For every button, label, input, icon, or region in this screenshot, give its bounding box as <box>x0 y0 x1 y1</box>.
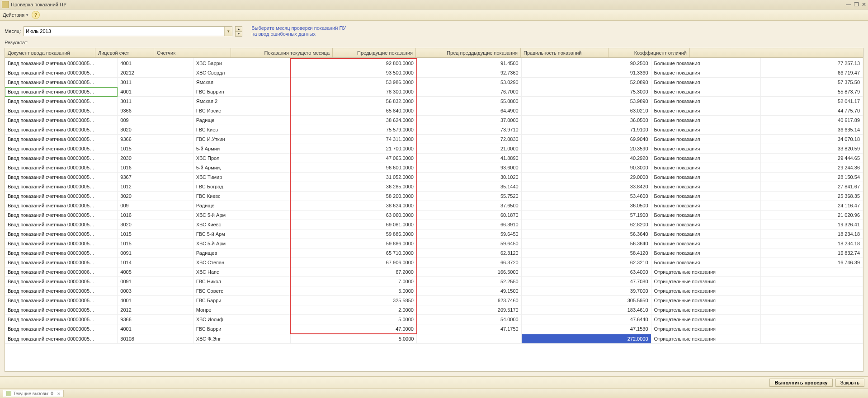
cell: 39.7000 <box>521 286 651 296</box>
column-header[interactable]: Лицевой счет <box>95 48 154 57</box>
cell: 69.9040 <box>521 135 651 144</box>
cell: 19 326.41 <box>760 220 863 229</box>
grid-header: Документ ввода показанийЛицевой счетСчет… <box>5 48 863 58</box>
column-header[interactable]: Счетчик <box>154 48 231 57</box>
cell: Большие показания <box>651 87 760 97</box>
month-dropdown-button[interactable]: ▼ <box>224 27 232 36</box>
month-input-wrapper: ▼ <box>24 26 232 36</box>
cell: ХВС Свердл <box>193 68 290 78</box>
cell: 1016 <box>118 163 193 173</box>
table-row[interactable]: Ввод показаний счетчика 00000005…10165-й… <box>5 163 863 173</box>
cell: 20.3590 <box>521 144 651 154</box>
grid-body[interactable]: Ввод показаний счетчика 00000005…4001ХВС… <box>5 58 863 371</box>
window-title: Проверка показаний ПУ <box>11 2 844 7</box>
run-check-button[interactable]: Выполнить проверку <box>769 379 832 387</box>
help-icon[interactable]: ? <box>32 11 40 19</box>
table-row[interactable]: Ввод показаний счетчика 00000005…1015ХВС… <box>5 239 863 248</box>
table-row[interactable]: Ввод показаний счетчика 00000005…009Ради… <box>5 201 863 211</box>
month-input[interactable] <box>24 27 224 36</box>
cell: 3020 <box>118 125 193 135</box>
table-row[interactable]: Ввод показаний счетчика 00000005…4001ГВС… <box>5 87 863 97</box>
actions-label: Действия <box>3 12 24 18</box>
cell: 55.0800 <box>417 97 521 106</box>
close-button[interactable]: Закрыть <box>835 379 864 387</box>
cell: 25 368.35 <box>760 192 863 201</box>
cell: 34 070.18 <box>760 135 863 144</box>
column-header[interactable]: Пред преддыдущие показания <box>416 48 521 57</box>
cell: 5.0000 <box>290 315 417 324</box>
table-row[interactable]: Ввод показаний счетчика 00000005…1014ХВС… <box>5 258 863 267</box>
cell: 20212 <box>118 68 193 78</box>
cell: 3011 <box>118 97 193 106</box>
cell: Ввод показаний счетчика 00000005… <box>5 286 118 296</box>
table-row[interactable]: Ввод показаний счетчика 00000005…9366ГВС… <box>5 106 863 116</box>
table-row[interactable]: Ввод показаний счетчика 00000005…2012Мон… <box>5 305 863 315</box>
maximize-icon[interactable]: ❐ <box>854 1 859 8</box>
cell: 92.7360 <box>417 68 521 78</box>
cell <box>760 296 863 305</box>
cell: 40 617.89 <box>760 116 863 125</box>
table-row[interactable]: Ввод показаний счетчика 00000005…4001ГВС… <box>5 296 863 305</box>
table-row[interactable]: Ввод показаний счетчика 00000006…4005ХВС… <box>5 267 863 277</box>
cell: 58.4120 <box>521 248 651 258</box>
status-tab[interactable]: Текущие вызовы: 0 ✕ <box>3 390 64 397</box>
month-spin-up[interactable]: ▲ <box>235 26 242 31</box>
table-row[interactable]: Ввод показаний счетчика 00000005…009Ради… <box>5 116 863 125</box>
column-header[interactable]: Документ ввода показаний <box>5 48 95 57</box>
table-row[interactable]: Ввод показаний счетчика 00000005…20212ХВ… <box>5 68 863 78</box>
cell: ХВС Тимир <box>193 173 290 182</box>
column-header[interactable]: Правильность показаний <box>521 48 609 57</box>
table-row[interactable]: Ввод показаний счетчика 00000005…0091Рад… <box>5 248 863 258</box>
table-row[interactable]: Ввод показаний счетчика 00000005…2030ХВС… <box>5 154 863 163</box>
table-row[interactable]: Ввод показаний счетчика 00000005…1016ХВС… <box>5 211 863 220</box>
cell: Ввод показаний счетчика 00000005… <box>5 163 118 173</box>
table-row[interactable]: Ввод показаний счетчика 00000005…9367ХВС… <box>5 173 863 182</box>
cell: Большие показания <box>651 258 760 267</box>
cell: 62.3120 <box>417 248 521 258</box>
table-row[interactable]: Ввод показаний счетчика 00000005…1012ГВС… <box>5 182 863 192</box>
table-row[interactable]: Ввод показаний счетчика 00000005…30108ХВ… <box>5 334 863 344</box>
month-spin-down[interactable]: ▼ <box>235 31 242 37</box>
cell: Ввод показаний счетчика 00000005… <box>5 248 118 258</box>
cell: Ввод показаний счетчика 00000005… <box>5 296 118 305</box>
table-row[interactable]: Ввод показаний счетчика 00000005…3011Ямс… <box>5 78 863 87</box>
table-row[interactable]: Ввод показаний счетчика 00000005…9366ГВС… <box>5 135 863 144</box>
cell: Ввод показаний счетчика 00000005… <box>5 192 118 201</box>
table-row[interactable]: Ввод показаний счетчика 00000005…9366ХВС… <box>5 315 863 324</box>
cell: 92 800.0000 <box>290 58 417 68</box>
cell: 66.3720 <box>417 258 521 267</box>
cell: ГВС Барри <box>193 296 290 305</box>
table-row[interactable]: Ввод показаний счетчика 00000005…4001ГВС… <box>5 324 863 334</box>
table-row[interactable]: Ввод показаний счетчика 00000005…10155-й… <box>5 144 863 154</box>
cell: Ямская,2 <box>193 97 290 106</box>
hint-line1: Выберите месяц проверки показаний ПУ <box>251 25 346 31</box>
cell: ХВС Киевс <box>193 220 290 229</box>
table-row[interactable]: Ввод показаний счетчика 00000005…0091ГВС… <box>5 277 863 286</box>
cell: 47 065.0000 <box>290 154 417 163</box>
table-row[interactable]: Ввод показаний счетчика 00000005…3020ГВС… <box>5 125 863 135</box>
column-header[interactable]: Показания текущего месяца <box>231 48 333 57</box>
table-row[interactable]: Ввод показаний счетчика 00000005…4001ХВС… <box>5 58 863 68</box>
table-row[interactable]: Ввод показаний счетчика 00000005…3020ХВС… <box>5 220 863 229</box>
cell: 2012 <box>118 305 193 315</box>
column-header[interactable]: Коэффициент отличий <box>609 48 690 57</box>
cell: 71.9100 <box>521 125 651 135</box>
actions-menu[interactable]: Действия ▼ <box>3 12 29 18</box>
close-icon[interactable]: ✕ <box>862 1 866 8</box>
minimize-icon[interactable]: — <box>846 1 851 8</box>
cell: Ввод показаний счетчика 00000005… <box>5 106 118 116</box>
results-grid: Документ ввода показанийЛицевой счетСчет… <box>5 48 863 372</box>
table-row[interactable]: Ввод показаний счетчика 00000005…1015ГВС… <box>5 229 863 239</box>
cell: 38 624.0000 <box>290 201 417 211</box>
cell: 1016 <box>118 211 193 220</box>
cell: 47.1530 <box>521 324 651 334</box>
status-tab-close-icon[interactable]: ✕ <box>57 391 61 396</box>
cell: Большие показания <box>651 211 760 220</box>
cell: 53.9890 <box>521 97 651 106</box>
cell: 0091 <box>118 248 193 258</box>
table-row[interactable]: Ввод показаний счетчика 00000005…3011Ямс… <box>5 97 863 106</box>
table-row[interactable]: Ввод показаний счетчика 00000005…0003ГВС… <box>5 286 863 296</box>
cell: 5-й Армии <box>193 144 290 154</box>
table-row[interactable]: Ввод показаний счетчика 00000005…3020ГВС… <box>5 192 863 201</box>
column-header[interactable]: Предыдущие показания <box>333 48 416 57</box>
